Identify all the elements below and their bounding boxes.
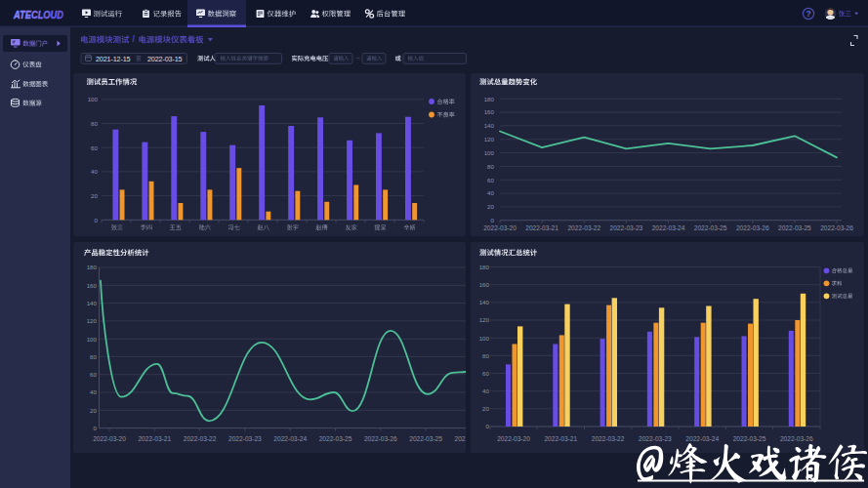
svg-text:180: 180	[484, 96, 495, 102]
svg-text:2022-03-20: 2022-03-20	[93, 435, 126, 442]
svg-text:60: 60	[487, 177, 494, 183]
svg-text:140: 140	[484, 122, 495, 129]
svg-text:2022-03-23: 2022-03-23	[228, 435, 262, 442]
svg-text:40: 40	[482, 387, 489, 394]
svg-text:100: 100	[88, 96, 99, 102]
svg-text:140: 140	[87, 300, 98, 306]
svg-text:2022-03-24: 2022-03-24	[652, 224, 685, 231]
svg-text:2022-03-25: 2022-03-25	[319, 435, 352, 442]
svg-text:160: 160	[87, 282, 98, 289]
svg-text:60: 60	[90, 371, 97, 378]
svg-text:2022-03-26: 2022-03-26	[736, 224, 769, 231]
svg-text:40: 40	[487, 189, 494, 196]
svg-text:2022-03-26: 2022-03-26	[364, 435, 397, 442]
svg-text:2022-03-21: 2022-03-21	[525, 224, 558, 231]
svg-text:?: ?	[806, 9, 810, 19]
svg-text:40: 40	[91, 168, 98, 175]
svg-text:60: 60	[482, 370, 489, 377]
svg-text:ATECLOUD: ATECLOUD	[13, 9, 63, 20]
svg-text:160: 160	[484, 108, 495, 115]
svg-text:2022-03-22: 2022-03-22	[184, 435, 217, 442]
svg-text:0: 0	[94, 425, 98, 431]
svg-text:2022-03-23: 2022-03-23	[639, 435, 672, 442]
svg-text:20: 20	[90, 407, 97, 414]
svg-text:2022-03-24: 2022-03-24	[685, 435, 719, 442]
svg-text:2022-03-26: 2022-03-26	[820, 224, 853, 231]
svg-text:180: 180	[87, 264, 98, 270]
svg-text:~: ~	[356, 54, 361, 62]
svg-text:80: 80	[482, 352, 489, 359]
svg-text:2022-03-21: 2022-03-21	[544, 435, 577, 442]
svg-text:2022-03-21: 2022-03-21	[138, 435, 171, 442]
svg-text:120: 120	[87, 317, 98, 324]
svg-text:60: 60	[91, 144, 98, 151]
svg-text:2022-03-26: 2022-03-26	[780, 435, 813, 442]
svg-text:40: 40	[90, 388, 97, 395]
svg-text:80: 80	[91, 120, 98, 127]
svg-text:0: 0	[95, 217, 99, 224]
svg-text:80: 80	[487, 163, 494, 170]
svg-text:2022-03-22: 2022-03-22	[567, 224, 600, 231]
svg-text:20: 20	[482, 405, 489, 412]
svg-text:100: 100	[479, 335, 490, 342]
svg-text:2022-03-24: 2022-03-24	[273, 435, 307, 442]
svg-text:0: 0	[491, 217, 495, 224]
svg-text:20: 20	[91, 192, 98, 199]
svg-text:2022-03-15: 2022-03-15	[147, 55, 183, 63]
svg-text:2022-03-25: 2022-03-25	[409, 435, 442, 442]
svg-text:140: 140	[479, 299, 490, 305]
svg-text:160: 160	[479, 281, 490, 288]
svg-text:80: 80	[90, 353, 97, 360]
svg-text:100: 100	[484, 149, 495, 156]
svg-text:2022-03-20: 2022-03-20	[483, 224, 517, 231]
svg-text:2022-03-22: 2022-03-22	[592, 435, 625, 442]
svg-text:120: 120	[479, 316, 490, 323]
svg-text:2021-12-15: 2021-12-15	[96, 55, 131, 63]
svg-text:2022-03-20: 2022-03-20	[497, 435, 530, 442]
svg-text:120: 120	[484, 136, 495, 142]
svg-text:180: 180	[479, 264, 490, 270]
svg-text:0: 0	[486, 423, 490, 429]
svg-text:2022-03-25: 2022-03-25	[733, 435, 766, 442]
svg-text:2022-03-23: 2022-03-23	[610, 224, 643, 231]
svg-text:2022-03-25: 2022-03-25	[778, 224, 811, 231]
svg-text:2022-03-25: 2022-03-25	[694, 224, 727, 231]
svg-text:100: 100	[87, 336, 98, 343]
svg-text:20: 20	[487, 203, 494, 210]
